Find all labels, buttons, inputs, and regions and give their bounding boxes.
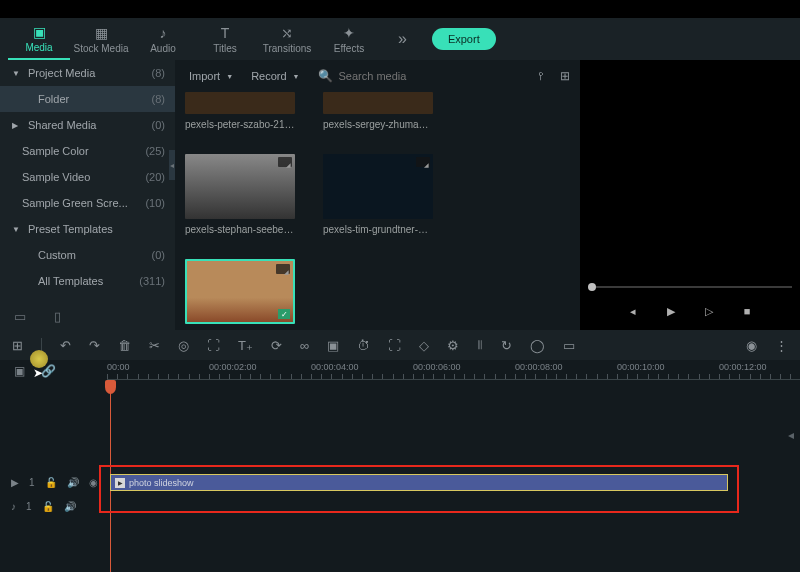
- ruler-tick: [270, 374, 271, 379]
- media-item[interactable]: pexels-stephan-seeber-...: [185, 154, 295, 235]
- preview-controls: ◂ ▶ ▷ ■: [580, 292, 800, 330]
- new-folder-icon[interactable]: ▭: [14, 309, 26, 324]
- ruler-tick: [535, 374, 536, 379]
- sidebar-item-preset-templates[interactable]: ▼ Preset Templates: [0, 216, 175, 242]
- folder-icon[interactable]: ▯: [54, 309, 61, 324]
- ruler-tick: [444, 374, 445, 379]
- tab-transitions[interactable]: ⤭ Transitions: [256, 18, 318, 60]
- media-thumbnail: [323, 154, 433, 219]
- tab-titles[interactable]: T Titles: [194, 18, 256, 60]
- filter-icon[interactable]: ⫯: [538, 69, 544, 83]
- titles-icon: T: [221, 25, 230, 41]
- sidebar-item-shared-media[interactable]: ▶ Shared Media (0): [0, 112, 175, 138]
- screen-icon[interactable]: ▭: [563, 338, 575, 353]
- preview-viewport[interactable]: [580, 60, 800, 282]
- grid-view-icon[interactable]: ⊞: [560, 69, 570, 83]
- export-button[interactable]: Export: [432, 28, 496, 50]
- media-thumbnail: [185, 154, 295, 219]
- expand-icon[interactable]: ⛶: [388, 338, 401, 353]
- ruler-tick: [586, 374, 587, 379]
- ruler-tick: [515, 374, 516, 379]
- video-track-icon[interactable]: ▶: [11, 477, 19, 488]
- sidebar-item-project-media[interactable]: ▼ Project Media (8): [0, 60, 175, 86]
- sidebar-item-sample-video[interactable]: Sample Video (20): [0, 164, 175, 190]
- mute-icon[interactable]: 🔊: [67, 477, 79, 488]
- mixer-icon[interactable]: ◉: [746, 338, 757, 353]
- prev-frame-button[interactable]: ◂: [623, 301, 643, 321]
- ruler-tick: [648, 374, 649, 379]
- media-item[interactable]: pexels-sergey-zhumaev-...: [323, 92, 433, 130]
- sidebar-item-custom[interactable]: Custom (0): [0, 242, 175, 268]
- sidebar-item-sample-green[interactable]: Sample Green Scre... (10): [0, 190, 175, 216]
- tab-label: Transitions: [263, 43, 312, 54]
- lock-icon[interactable]: 🔓: [45, 477, 57, 488]
- undo-button[interactable]: ↶: [60, 338, 71, 353]
- media-toolbar: ◂ Import ▼ Record ▼ 🔍 ⫯ ⊞: [175, 60, 580, 92]
- ruler-tick: [209, 374, 210, 379]
- more-tabs-button[interactable]: »: [398, 30, 407, 48]
- refresh-icon[interactable]: ↻: [501, 338, 512, 353]
- ruler-tick: [229, 374, 230, 379]
- mute-icon[interactable]: 🔊: [64, 501, 76, 512]
- voice-icon[interactable]: ◯: [530, 338, 545, 353]
- tab-media[interactable]: ▣ Media: [8, 18, 70, 60]
- record-button[interactable]: ▣: [327, 338, 339, 353]
- sidebar-item-sample-color[interactable]: Sample Color (25): [0, 138, 175, 164]
- delete-button[interactable]: 🗑: [118, 338, 131, 353]
- diamond-icon[interactable]: ◇: [419, 338, 429, 353]
- equalizer-icon[interactable]: ⫴: [477, 337, 483, 353]
- redo-button[interactable]: ↷: [89, 338, 100, 353]
- media-item[interactable]: pexels-peter-szabo-218...: [185, 92, 295, 130]
- cut-button[interactable]: ✂: [149, 338, 160, 353]
- ruler-tick: [474, 374, 475, 379]
- seek-handle[interactable]: [588, 283, 596, 291]
- play-button[interactable]: ▶: [661, 301, 681, 321]
- import-dropdown[interactable]: Import ▼: [185, 68, 237, 84]
- tab-label: Audio: [150, 43, 176, 54]
- media-grid: pexels-peter-szabo-218... pexels-sergey-…: [175, 92, 580, 330]
- playhead-handle[interactable]: [105, 380, 116, 394]
- text-button[interactable]: T₊: [238, 338, 253, 353]
- ruler-tick: [576, 374, 577, 379]
- ruler-tick: [189, 374, 190, 379]
- timer-icon[interactable]: ⏱: [357, 338, 370, 353]
- dropdown-label: Record: [251, 70, 286, 82]
- link-button[interactable]: ∞: [300, 338, 309, 353]
- snapshot-icon[interactable]: ▣: [14, 364, 25, 378]
- search-input[interactable]: [339, 70, 449, 82]
- tab-effects[interactable]: ✦ Effects: [318, 18, 380, 60]
- settings-icon[interactable]: ⚙: [447, 338, 459, 353]
- sidebar-item-folder[interactable]: Folder (8): [0, 86, 175, 112]
- more-icon[interactable]: ⋮: [775, 338, 788, 353]
- audio-track-icon[interactable]: ♪: [11, 501, 16, 512]
- tag-icon[interactable]: ◎: [178, 338, 189, 353]
- ruler-tick: [658, 374, 659, 379]
- track-body[interactable]: [107, 470, 800, 494]
- seek-bar[interactable]: [580, 282, 800, 292]
- image-type-icon: [416, 157, 430, 167]
- speed-button[interactable]: ⟳: [271, 338, 282, 353]
- media-thumbnail: [185, 92, 295, 114]
- chevron-right-icon: ▶: [12, 121, 22, 130]
- lock-icon[interactable]: 🔓: [42, 501, 54, 512]
- ruler-tick: [423, 374, 424, 379]
- media-item-name: pexels-tim-grundtner-38...: [323, 224, 433, 235]
- crop-button[interactable]: ⛶: [207, 338, 220, 353]
- track-body[interactable]: [107, 494, 800, 518]
- image-type-icon: [278, 157, 292, 167]
- ruler-tick: [546, 374, 547, 379]
- ruler-tick: [331, 374, 332, 379]
- grid-icon[interactable]: ⊞: [12, 338, 23, 353]
- record-dropdown[interactable]: Record ▼: [247, 68, 303, 84]
- media-item[interactable]: pexels-tim-grundtner-38...: [323, 154, 433, 235]
- sidebar-item-all-templates[interactable]: All Templates (311): [0, 268, 175, 294]
- tab-stock-media[interactable]: ▦ Stock Media: [70, 18, 132, 60]
- tab-audio[interactable]: ♪ Audio: [132, 18, 194, 60]
- ruler-tick: [178, 374, 179, 379]
- media-item-selected[interactable]: ✓ photo slideshow: [185, 259, 295, 330]
- eye-icon[interactable]: ◉: [89, 477, 98, 488]
- next-button[interactable]: ▷: [699, 301, 719, 321]
- panel-splitter[interactable]: ◂: [169, 150, 175, 180]
- timeline-ruler[interactable]: 00:0000:00:02:0000:00:04:0000:00:06:0000…: [107, 360, 800, 382]
- stop-button[interactable]: ■: [737, 301, 757, 321]
